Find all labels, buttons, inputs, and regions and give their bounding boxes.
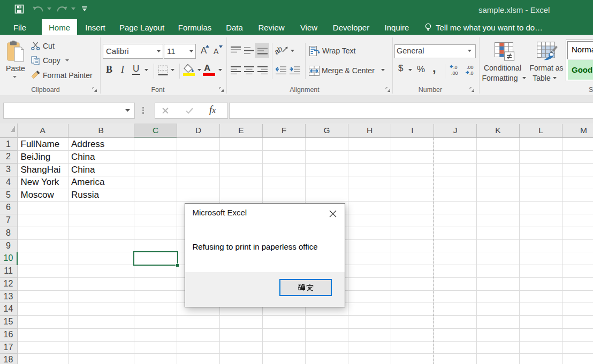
svg-text:.00: .00 xyxy=(451,71,458,76)
svg-text:.00: .00 xyxy=(467,65,474,70)
svg-text:.0: .0 xyxy=(453,65,458,70)
